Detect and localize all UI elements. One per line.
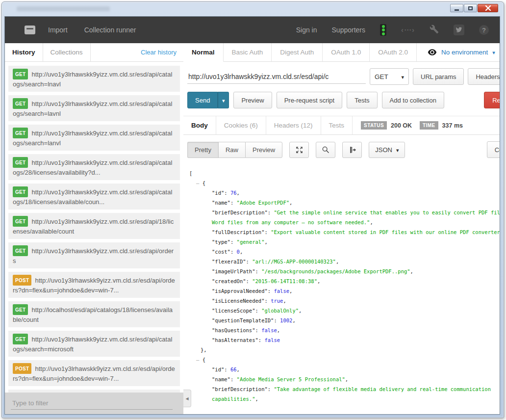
app-window: Import Collection runner Sign in Support… — [1, 1, 504, 418]
history-url: http://uvo1y3lrhawskk9yizz.vm.cld.sr/esd… — [13, 277, 175, 294]
sidebar-collapse-toggle[interactable] — [183, 390, 191, 407]
collections-drawer-icon[interactable] — [25, 26, 35, 34]
method-badge: GET — [13, 186, 28, 197]
window-titlebar — [2, 2, 504, 15]
send-button[interactable]: Send — [187, 92, 218, 108]
close-button[interactable] — [478, 4, 498, 12]
reset-button[interactable]: Reset — [484, 92, 500, 108]
help-icon[interactable] — [479, 25, 489, 35]
code-line: "hasAlternates": false — [189, 335, 500, 345]
code-line: "isApprovalNeeded": false, — [189, 286, 500, 296]
twitter-icon[interactable] — [454, 25, 464, 35]
code-line: "name": "Adobe ExportPDF", — [189, 198, 500, 208]
prerequest-script-button[interactable]: Pre-request script — [277, 92, 343, 108]
url-row: GET URL params Headers (3) — [183, 62, 500, 85]
code-brackets-icon[interactable]: ‹⋯› — [401, 26, 415, 34]
environment-selector[interactable]: No environment — [428, 43, 495, 61]
tab-history[interactable]: History — [5, 43, 43, 61]
supporters-button[interactable]: Supporters — [332, 26, 365, 34]
window-title-redacted — [17, 6, 110, 11]
search-button[interactable] — [316, 142, 335, 158]
code-line: "licenseScope": "globalOnly", — [189, 306, 500, 315]
history-url: http://uvo1y3lrhawskk9yizz.vm.cld.sr/esd… — [13, 100, 172, 117]
history-item[interactable]: GEThttp://uvo1y3lrhawskk9yizz.vm.cld.sr/… — [8, 213, 180, 239]
tab-oauth-2[interactable]: OAuth 2.0 — [370, 43, 417, 61]
maximize-button[interactable] — [464, 4, 477, 12]
format-button[interactable] — [342, 142, 362, 158]
pretty-button[interactable]: Pretty — [187, 142, 218, 158]
history-url: http://uvo1y3lrhawskk9yizz.vm.cld.sr/esd… — [13, 159, 172, 176]
response-meta: STATUS 200 OK TIME 337 ms — [361, 116, 467, 134]
code-line: "id": 66, — [189, 365, 500, 374]
tab-body[interactable]: Body — [183, 116, 216, 134]
history-item[interactable]: GEThttp://localhost/esd/api/catalogs/18/… — [8, 301, 180, 327]
minimize-icon — [455, 9, 459, 11]
method-value: GET — [375, 73, 388, 80]
history-item[interactable]: GEThttp://uvo1y3lrhawskk9yizz.vm.cld.sr/… — [8, 66, 180, 92]
minimize-button[interactable] — [450, 4, 463, 12]
send-options-button[interactable] — [218, 92, 229, 108]
url-params-button[interactable]: URL params — [413, 68, 464, 85]
code-line: "fullDescription": "Export valuable cont… — [189, 227, 500, 237]
tests-button[interactable]: Tests — [347, 92, 377, 108]
clear-history-link[interactable]: Clear history — [141, 49, 183, 56]
tab-digest-auth[interactable]: Digest Auth — [272, 43, 323, 61]
tab-basic-auth[interactable]: Basic Auth — [224, 43, 272, 61]
tab-cookies[interactable]: Cookies (6) — [216, 116, 266, 134]
url-input[interactable] — [187, 69, 366, 84]
headers-button[interactable]: Headers (3) — [468, 68, 500, 85]
code-line: – { — [189, 178, 500, 188]
import-button[interactable]: Import — [48, 26, 68, 34]
format-value: JSON — [375, 146, 392, 154]
expand-button[interactable] — [289, 142, 309, 158]
traffic-light-icon[interactable] — [380, 24, 386, 36]
method-badge: GET — [13, 157, 28, 168]
tab-collections[interactable]: Collections — [43, 43, 91, 61]
method-badge: POST — [13, 363, 31, 374]
format-select[interactable]: JSON — [369, 142, 405, 158]
history-url: http://uvo1y3lrhawskk9yizz.vm.cld.sr/esd… — [13, 365, 175, 382]
method-select[interactable]: GET — [370, 68, 409, 85]
history-item[interactable]: GEThttp://uvo1y3lrhawskk9yizz.vm.cld.sr/… — [8, 125, 180, 151]
preview-button[interactable]: Preview — [233, 92, 272, 108]
chevron-down-icon — [222, 96, 225, 105]
code-line: "flexeraID": "arl://MGS-APP-00000140323"… — [189, 257, 500, 266]
history-url: http://uvo1y3lrhawskk9yizz.vm.cld.sr/esd… — [13, 188, 172, 206]
add-to-collection-button[interactable]: Add to collection — [382, 92, 444, 108]
history-item[interactable]: GEThttp://uvo1y3lrhawskk9yizz.vm.cld.sr/… — [8, 184, 180, 210]
history-item[interactable]: GEThttp://uvo1y3lrhawskk9yizz.vm.cld.sr/… — [8, 242, 180, 268]
history-url: http://uvo1y3lrhawskk9yizz.vm.cld.sr/esd… — [13, 247, 174, 264]
history-item[interactable]: GEThttp://uvo1y3lrhawskk9yizz.vm.cld.sr/… — [8, 154, 180, 180]
view-mode-row: Pretty Raw Preview — [183, 135, 500, 164]
content-area: History Collections Clear history GEThtt… — [5, 43, 500, 415]
history-item[interactable]: POSThttp://uvo1y3lrhawskk9yizz.vm.cld.sr… — [8, 272, 180, 298]
collection-runner-button[interactable]: Collection runner — [84, 26, 136, 34]
history-item[interactable]: GEThttp://uvo1y3lrhawskk9yizz.vm.cld.sr/… — [8, 331, 180, 357]
sign-in-button[interactable]: Sign in — [296, 26, 317, 34]
method-badge: GET — [13, 69, 28, 79]
tab-headers[interactable]: Headers (12) — [266, 116, 321, 134]
code-line: "questionTemplateID": 1002, — [189, 315, 500, 325]
tab-normal[interactable]: Normal — [183, 43, 224, 62]
history-list: GEThttp://uvo1y3lrhawskk9yizz.vm.cld.sr/… — [5, 62, 183, 393]
history-item[interactable]: GEThttp://uvo1y3lrhawskk9yizz.vm.cld.sr/… — [8, 95, 180, 121]
code-line: "isLicenseNeeded": true, — [189, 296, 500, 306]
raw-button[interactable]: Raw — [218, 142, 245, 158]
chevron-down-icon — [396, 146, 399, 154]
copy-button[interactable]: Copy — [487, 141, 500, 158]
chevron-down-icon — [401, 73, 404, 80]
preview-mode-button[interactable]: Preview — [245, 142, 282, 158]
method-badge: GET — [13, 245, 28, 256]
wrench-icon[interactable] — [430, 25, 439, 35]
expand-icon — [295, 146, 304, 154]
history-item[interactable]: POSThttp://uvo1y3lrhawskk9yizz.vm.cld.sr… — [8, 360, 180, 386]
indent-format-icon — [348, 146, 356, 154]
tab-response-tests[interactable]: Tests — [321, 116, 353, 134]
tab-oauth-1[interactable]: OAuth 1.0 — [323, 43, 370, 61]
response-tabs: Body Cookies (6) Headers (12) Tests STAT… — [183, 116, 500, 135]
chevron-down-icon — [492, 49, 495, 56]
code-line: "imageUrlPath": "/esd/backgrounds/packag… — [189, 266, 500, 276]
history-url: http://uvo1y3lrhawskk9yizz.vm.cld.sr/esd… — [13, 218, 174, 235]
filter-input[interactable] — [11, 397, 173, 410]
actions-row: Send Preview Pre-request script Tests Ad… — [183, 85, 500, 116]
